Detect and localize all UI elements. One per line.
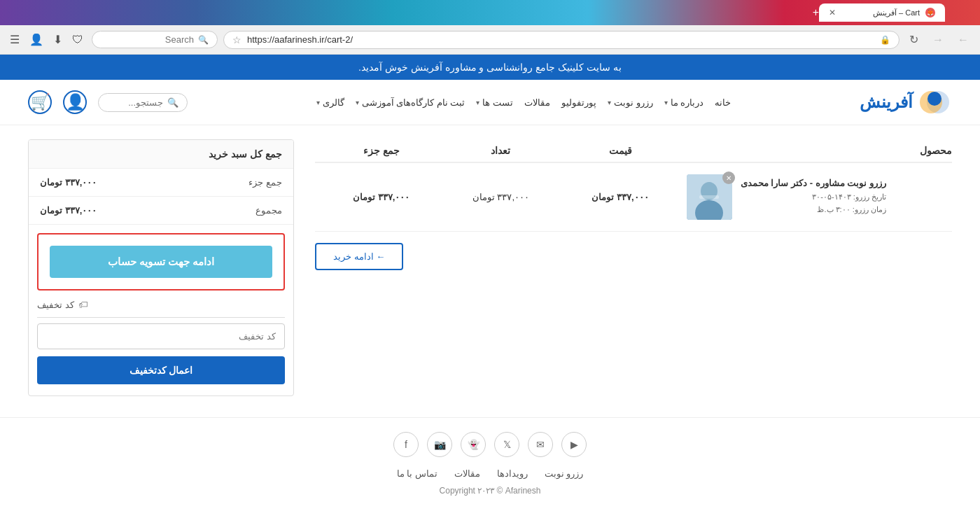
facebook-icon[interactable]: f (393, 432, 419, 457)
cart-summary-section: جمع کل سبد خرید جمع جزء ۳۳۷,۰۰۰ تومان مج… (28, 139, 294, 396)
nav-item-tests[interactable]: تست ها ▾ (476, 97, 513, 108)
shield-icon[interactable]: 🛡 (69, 31, 86, 49)
user-icon[interactable]: 👤 (63, 90, 87, 114)
security-icon: 🔒 (880, 35, 890, 45)
cart-icon[interactable]: 🛒 (28, 90, 52, 114)
col-qty-header: تعداد (448, 145, 554, 156)
search-icon: 🔍 (198, 35, 209, 45)
youtube-icon[interactable]: ▶ (561, 432, 587, 457)
item-remove-button[interactable]: ✕ (722, 172, 735, 184)
item-qty: ۳۳۷,۰۰۰ تومان (448, 192, 554, 202)
refresh-button[interactable]: ↻ (905, 30, 923, 49)
download-icon[interactable]: ⬇ (50, 30, 65, 49)
bookmark-star-icon[interactable]: ☆ (232, 34, 241, 46)
chevron-down-icon: ▾ (664, 99, 668, 106)
svg-point-2 (927, 92, 941, 106)
tab-close-button[interactable]: ✕ (829, 8, 836, 18)
new-tab-button[interactable]: + (813, 6, 819, 19)
item-details: رزرو نوبت مشاوره - دکتر سارا محمدی تاریخ… (741, 178, 886, 216)
menu-button[interactable]: ☰ (7, 30, 22, 49)
footer-link-articles[interactable]: مقالات (454, 468, 480, 479)
item-date: تاریخ رزرو: ۱۴۰۳-۰۵-۳۰ (741, 191, 886, 204)
item-price: ۳۳۷,۰۰۰ تومان (554, 192, 687, 202)
snapchat-icon[interactable]: 👻 (461, 432, 486, 457)
tab-title: Cart – آفرینش (873, 8, 920, 18)
summary-box: جمع کل سبد خرید جمع جزء ۳۳۷,۰۰۰ تومان مج… (28, 139, 294, 396)
email-icon[interactable]: ✉ (528, 432, 553, 457)
summary-subtotal-value: ۳۳۷,۰۰۰ تومان (40, 177, 97, 188)
forward-button[interactable]: → (928, 31, 948, 49)
summary-row-total: مجموع ۳۳۷,۰۰۰ تومان (29, 197, 293, 225)
back-button[interactable]: ← (953, 31, 973, 49)
search-icon: 🔍 (167, 97, 178, 108)
checkout-wrapper: ادامه جهت تسویه حساب (37, 233, 285, 290)
address-url: https://aafarinesh.ir/cart-2/ (247, 34, 874, 45)
discount-label: 🏷 کد تخفیف (37, 299, 285, 310)
header-search[interactable]: 🔍 (98, 93, 188, 112)
summary-title: جمع کل سبد خرید (29, 140, 293, 169)
logo-text: آفرینش (860, 92, 913, 112)
nav-item-gallery[interactable]: گالری ▾ (316, 97, 344, 108)
summary-row-subtotal: جمع جزء ۳۳۷,۰۰۰ تومان (29, 169, 293, 197)
nav-item-articles[interactable]: مقالات (524, 97, 550, 108)
nav-item-appointment[interactable]: رزرو نوبت ▾ (608, 97, 653, 108)
profile-icon[interactable]: 👤 (27, 30, 46, 49)
logo-icon (917, 88, 952, 116)
site-footer: ▶ ✉ 𝕏 👻 📷 f رزرو نوبت رویدادها مقالات تم… (0, 417, 980, 510)
nav-item-home[interactable]: خانه (715, 97, 731, 108)
apply-discount-button[interactable]: اعمال کدتخفیف (37, 356, 285, 384)
footer-copyright: Copyright ۲۰۲۳ © Afarinesh (28, 486, 952, 496)
checkout-button[interactable]: ادامه جهت تسویه حساب (50, 246, 272, 278)
instagram-icon[interactable]: 📷 (427, 432, 452, 457)
item-time: زمان رزرو: ۳:۰۰ ب.ظ (741, 204, 886, 216)
col-product-header: محصول (687, 145, 952, 156)
tab-favicon: 🦊 (925, 8, 935, 18)
site-logo[interactable]: آفرینش (860, 88, 952, 116)
summary-total-label: مجموع (255, 205, 282, 216)
discount-divider (37, 317, 285, 318)
svg-rect-6 (699, 195, 719, 199)
nav-item-about[interactable]: درباره ما ▾ (664, 97, 704, 108)
col-price-header: قیمت (554, 145, 687, 156)
twitter-icon[interactable]: 𝕏 (494, 432, 519, 457)
footer-social-icons: ▶ ✉ 𝕏 👻 📷 f (28, 432, 952, 457)
chevron-down-icon: ▾ (356, 99, 359, 106)
announcement-bar: به سایت کلینیک جامع روانشناسی و مشاوره آ… (0, 55, 980, 80)
tag-icon: 🏷 (78, 299, 88, 310)
nav-menu: خانه درباره ما ▾ رزرو نوبت ▾ پورتفولیو م… (316, 97, 732, 108)
cart-column-headers: محصول قیمت تعداد جمع جزء (315, 139, 952, 163)
discount-section: 🏷 کد تخفیف اعمال کدتخفیف (29, 299, 293, 396)
item-name: رزرو نوبت مشاوره - دکتر سارا محمدی (741, 178, 886, 188)
item-subtotal: ۳۳۷,۰۰۰ تومان (315, 192, 448, 202)
chevron-down-icon: ▾ (316, 99, 320, 106)
item-image-container: ✕ (687, 174, 732, 220)
nav-item-portfolio[interactable]: پورتفولیو (561, 97, 596, 108)
search-input[interactable] (107, 97, 163, 108)
continue-shopping-button[interactable]: ← ادامه خرید (315, 243, 403, 270)
discount-code-input[interactable] (37, 323, 285, 349)
cart-item-row: رزرو نوبت مشاوره - دکتر سارا محمدی تاریخ… (315, 163, 952, 232)
chevron-down-icon: ▾ (608, 99, 611, 106)
footer-link-contact[interactable]: تماس با ما (397, 468, 438, 479)
footer-link-events[interactable]: رویدادها (497, 468, 528, 479)
browser-search-input[interactable] (117, 34, 194, 45)
summary-total-value: ۳۳۷,۰۰۰ تومان (40, 205, 97, 216)
item-product: رزرو نوبت مشاوره - دکتر سارا محمدی تاریخ… (687, 174, 952, 220)
footer-link-appointment[interactable]: رزرو نوبت (545, 468, 584, 479)
col-subtotal-header: جمع جزء (315, 145, 448, 156)
chevron-down-icon: ▾ (476, 99, 479, 106)
footer-links: رزرو نوبت رویدادها مقالات تماس با ما (28, 468, 952, 479)
summary-subtotal-label: جمع جزء (248, 177, 282, 188)
nav-item-workshops[interactable]: ثبت نام کارگاه‌های آموزشی ▾ (356, 97, 465, 108)
